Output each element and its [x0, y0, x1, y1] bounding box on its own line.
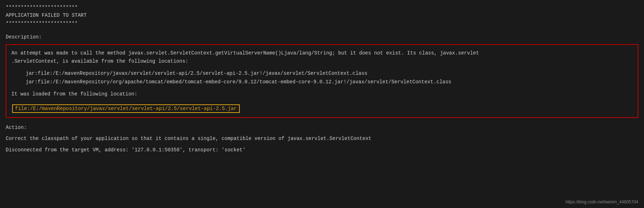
action-text: Correct the classpath of your applicatio… [6, 135, 638, 143]
action-label: Action: [6, 124, 638, 132]
jar-lines: jar:file:/E:/mavenRepository/javax/servl… [26, 69, 633, 87]
highlight-path: file:/E:/mavenRepository/javax/servlet/s… [12, 104, 240, 113]
jar-line-1: jar:file:/E:/mavenRepository/javax/servl… [26, 69, 633, 78]
header-stars-bottom: ************************ [6, 20, 638, 27]
error-line-1: An attempt was made to call the method j… [11, 49, 633, 58]
error-box: An attempt was made to call the method j… [6, 44, 638, 118]
error-line-2: .ServletContext, is available from the f… [11, 57, 633, 66]
description-label: Description: [6, 33, 638, 41]
disconnected-text: Disconnected from the target VM, address… [6, 146, 638, 155]
highlight-path-container: file:/E:/mavenRepository/javax/servlet/s… [11, 102, 633, 113]
jar-line-2: jar:file:/E:/mavenRepository/org/apache/… [26, 78, 633, 87]
loaded-from-text: It was loaded from the following locatio… [11, 90, 633, 99]
header-stars-top: ************************ [6, 4, 638, 11]
watermark: https://blog.csdn.net/weixin_44605704 [566, 199, 638, 204]
app-failed-label: APPLICATION FAILED TO START [6, 11, 638, 19]
